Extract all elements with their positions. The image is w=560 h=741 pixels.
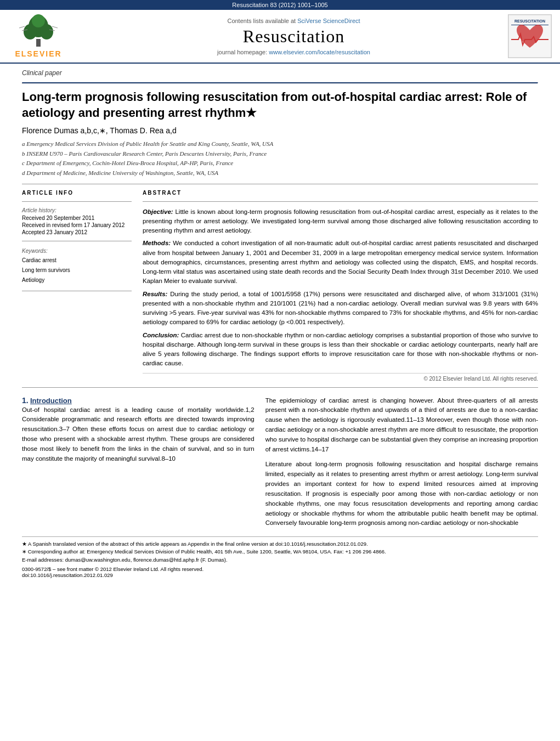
abstract-divider bbox=[143, 201, 538, 202]
objective-label: Objective: bbox=[143, 208, 173, 215]
affiliation-b: b INSERM U970 – Paris Cardiovascular Res… bbox=[22, 149, 538, 159]
footnote-area: ★ A Spanish translated version of the ab… bbox=[22, 536, 538, 578]
methods-text: We conducted a cohort investigation of a… bbox=[143, 240, 538, 284]
keywords-divider bbox=[22, 241, 132, 241]
copyright-text: © 2012 Elsevier Ireland Ltd. All rights … bbox=[143, 373, 538, 382]
svg-line-6 bbox=[19, 26, 25, 28]
main-divider bbox=[22, 387, 538, 388]
elsevier-wordmark: ELSEVIER bbox=[15, 49, 61, 58]
intro-paragraph-right-1: The epidemiology of cardiac arrest is ch… bbox=[265, 396, 538, 455]
title-divider-top bbox=[22, 82, 538, 84]
resuscitation-cover-logo: RESUSCITATION bbox=[508, 14, 552, 58]
methods-label: Methods: bbox=[143, 240, 171, 246]
objective-text: Little is known about long-term prognosi… bbox=[143, 208, 538, 234]
article-info-abstract: ARTICLE INFO Article history: Received 2… bbox=[22, 190, 538, 382]
conclusion-label: Conclusion: bbox=[143, 332, 179, 338]
intro-heading-container: 1. Introduction bbox=[22, 396, 254, 405]
abstract-column: ABSTRACT Objective: Little is known abou… bbox=[143, 190, 538, 382]
keywords-section: Keywords: Cardiac arrest Long term survi… bbox=[22, 248, 132, 285]
results-text: During the study period, a total of 1001… bbox=[143, 291, 538, 326]
article-info-column: ARTICLE INFO Article history: Received 2… bbox=[22, 190, 132, 382]
cover-art-icon: RESUSCITATION bbox=[508, 15, 551, 58]
abstract-methods: Methods: We conducted a cohort investiga… bbox=[143, 239, 538, 286]
abstract-header: ABSTRACT bbox=[143, 190, 538, 196]
homepage-text: journal homepage: www.elsevier.com/locat… bbox=[80, 49, 508, 55]
svg-text:RESUSCITATION: RESUSCITATION bbox=[514, 19, 545, 23]
abstract-text: Objective: Little is known about long-te… bbox=[143, 207, 538, 369]
conclusion-text: Cardiac arrest due to non-shockable rhyt… bbox=[143, 332, 538, 367]
received-date: Received 20 September 2011 bbox=[22, 215, 132, 221]
journal-title: Resuscitation bbox=[80, 26, 508, 47]
svg-rect-11 bbox=[511, 25, 548, 25]
journal-header: ELSEVIER Contents lists available at Sci… bbox=[0, 10, 560, 64]
journal-center: Contents lists available at SciVerse Sci… bbox=[80, 18, 508, 55]
abstract-conclusion: Conclusion: Cardiac arrest due to non-sh… bbox=[143, 331, 538, 369]
authors: Florence Dumas a,b,c,∗, Thomas D. Rea a,… bbox=[22, 126, 538, 135]
svg-point-3 bbox=[40, 24, 53, 39]
corresponding-footnote: ∗ Corresponding author at: Emergency Med… bbox=[22, 548, 538, 556]
article-divider bbox=[22, 184, 538, 184]
abstract-results: Results: During the study period, a tota… bbox=[143, 290, 538, 327]
sciverse-text: Contents lists available at SciVerse Sci… bbox=[80, 18, 508, 24]
affiliation-a: a Emergency Medical Services Division of… bbox=[22, 139, 538, 149]
main-right-column: The epidemiology of cardiac arrest is ch… bbox=[265, 396, 538, 529]
svg-point-2 bbox=[24, 24, 37, 39]
keyword-2: Long term survivors bbox=[22, 265, 132, 275]
doi-text: doi:10.1016/j.resuscitation.2012.01.029 bbox=[22, 572, 113, 578]
main-left-column: 1. Introduction Out-of hospital cardiac … bbox=[22, 396, 254, 529]
elsevier-logo: ELSEVIER bbox=[8, 14, 69, 58]
svg-rect-0 bbox=[36, 39, 41, 47]
affiliations: a Emergency Medical Services Division of… bbox=[22, 139, 538, 178]
svg-point-4 bbox=[32, 14, 45, 27]
star-footnote: ★ A Spanish translated version of the ab… bbox=[22, 540, 538, 548]
article-body: Clinical paper Long-term prognosis follo… bbox=[0, 64, 560, 584]
affiliation-d: d Department of Medicine, Medicine Unive… bbox=[22, 168, 538, 178]
keyword-3: Aetiology bbox=[22, 275, 132, 285]
main-content: 1. Introduction Out-of hospital cardiac … bbox=[22, 396, 538, 529]
intro-paragraph-right-2: Literature about long-term prognosis fol… bbox=[265, 460, 538, 528]
history-label: Article history: bbox=[22, 207, 132, 213]
section-label: Clinical paper bbox=[22, 69, 538, 77]
intro-paragraph-1: Out-of hospital cardiac arrest is a lead… bbox=[22, 405, 254, 464]
article-info-header: ARTICLE INFO bbox=[22, 190, 132, 196]
results-label: Results: bbox=[143, 291, 167, 297]
keyword-1: Cardiac arrest bbox=[22, 256, 132, 265]
journal-banner: Resuscitation 83 (2012) 1001–1005 bbox=[0, 0, 560, 10]
issn-text: 0300-9572/$ – see front matter © 2012 El… bbox=[22, 566, 203, 572]
abstract-objective: Objective: Little is known about long-te… bbox=[143, 207, 538, 236]
article-title: Long-term prognosis following resuscitat… bbox=[22, 89, 538, 121]
elsevier-tree-icon bbox=[16, 14, 60, 48]
revised-date: Received in revised form 17 January 2012 bbox=[22, 222, 132, 228]
issn-line: 0300-9572/$ – see front matter © 2012 El… bbox=[22, 566, 538, 578]
banner-text: Resuscitation 83 (2012) 1001–1005 bbox=[232, 2, 327, 8]
accepted-date: Accepted 23 January 2012 bbox=[22, 229, 132, 235]
info-divider bbox=[22, 201, 132, 202]
keywords-label: Keywords: bbox=[22, 248, 132, 254]
intro-heading: Introduction bbox=[30, 397, 72, 405]
svg-line-8 bbox=[52, 26, 58, 28]
affiliation-c: c Department of Emergency, Cochin-Hotel … bbox=[22, 159, 538, 168]
email-footnote: E-mail addresses: dumas@uw.washington.ed… bbox=[22, 556, 538, 564]
left-bottom-divider bbox=[22, 291, 132, 291]
intro-number: 1. bbox=[22, 396, 29, 405]
